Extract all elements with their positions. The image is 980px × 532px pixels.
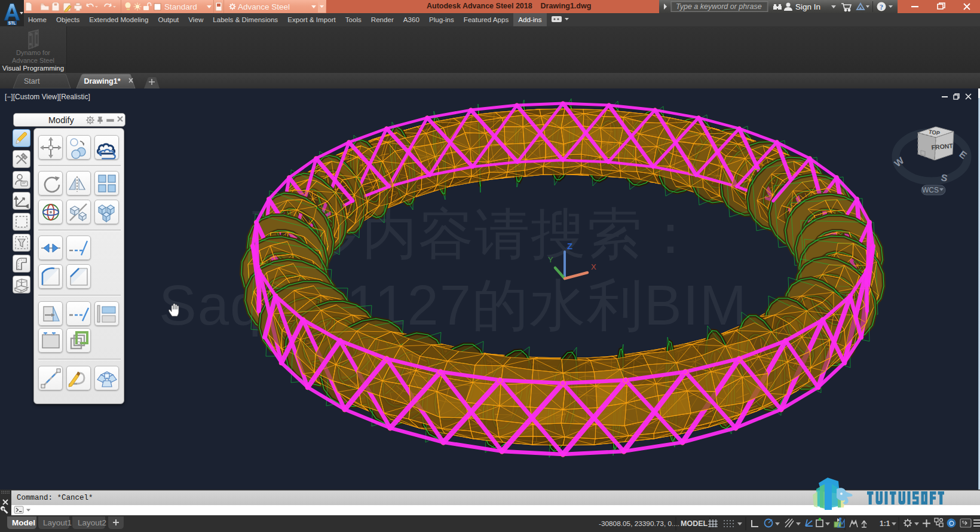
svg-text:WCS: WCS	[922, 186, 939, 194]
svg-text:Drawing1*: Drawing1*	[84, 77, 120, 85]
svg-text:Z: Z	[567, 241, 572, 251]
svg-text:Standard: Standard	[164, 2, 197, 11]
svg-text:STL: STL	[8, 21, 16, 25]
svg-text:?: ?	[880, 3, 883, 11]
svg-text:Model: Model	[12, 518, 35, 527]
svg-text:1:1: 1:1	[880, 519, 890, 528]
svg-text:Start: Start	[24, 77, 40, 85]
svg-text:Layout2: Layout2	[78, 518, 106, 527]
svg-text:Type a keyword or phrase: Type a keyword or phrase	[676, 2, 762, 11]
svg-text:Y: Y	[548, 255, 553, 264]
svg-text:MODEL: MODEL	[681, 519, 708, 528]
svg-text:Advance Steel: Advance Steel	[238, 2, 290, 11]
svg-text:Layout1: Layout1	[43, 518, 72, 527]
svg-text:X: X	[591, 262, 596, 271]
svg-text:-30808.05, 23390.73, 0....: -30808.05, 23390.73, 0....	[599, 519, 679, 528]
svg-text:Sign In: Sign In	[795, 2, 820, 11]
